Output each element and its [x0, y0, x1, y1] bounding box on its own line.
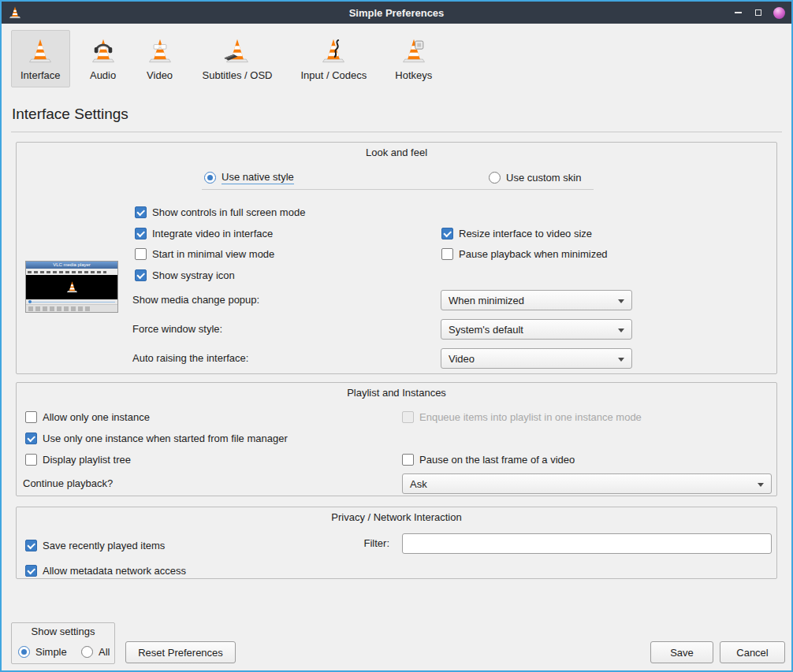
toolbar-item-video[interactable]: Video — [136, 30, 184, 87]
combo-value: System's default — [449, 324, 523, 336]
input-codecs-icon — [319, 37, 348, 65]
media-change-popup-combo[interactable]: When minimized — [441, 290, 632, 310]
window-title: Simple Preferences — [2, 7, 791, 19]
checkbox-label: Show systray icon — [152, 269, 235, 281]
audio-icon — [89, 37, 117, 65]
subtitles-icon — [223, 37, 251, 65]
checkbox-indicator — [441, 248, 453, 260]
radio-custom-skin[interactable]: Use custom skin — [489, 170, 581, 184]
checkbox-label: Use only one instance when started from … — [43, 433, 288, 444]
window-style-combo[interactable]: System's default — [441, 319, 632, 340]
toolbar-item-subtitles[interactable]: Subtitles / OSD — [193, 30, 282, 87]
checkbox-indicator — [135, 248, 147, 260]
continue-playback-combo[interactable]: Ask — [402, 473, 772, 494]
window-controls — [732, 7, 785, 19]
checkbox-indicator — [25, 433, 37, 444]
toolbar-item-hotkeys[interactable]: Hotkeys — [385, 30, 441, 87]
toolbar-item-label: Video — [147, 69, 173, 81]
toolbar-item-audio[interactable]: Audio — [80, 30, 127, 87]
media-change-popup-label: Show media change popup: — [132, 290, 259, 310]
checkbox-label: Pause on the last frame of a video — [419, 454, 575, 466]
combo-value: When minimized — [449, 295, 524, 306]
radio-native-style[interactable]: Use native style — [204, 170, 294, 184]
radio-label: Use native style — [222, 171, 294, 184]
group-title: Look and feel — [17, 147, 776, 158]
minimize-icon — [735, 12, 742, 13]
group-title: Playlist and Instances — [17, 387, 776, 399]
reset-preferences-button[interactable]: Reset Preferences — [125, 641, 236, 663]
preview-cone-icon — [65, 280, 79, 294]
checkbox-integrate-video[interactable]: Integrate video in interface — [135, 226, 273, 240]
checkbox-one-instance-file-manager[interactable]: Use only one instance when started from … — [25, 431, 288, 445]
checkbox-label: Show controls in full screen mode — [152, 206, 305, 218]
radio-settings-all[interactable]: All — [81, 644, 110, 659]
preview-controls — [26, 304, 117, 312]
toolbar-item-label: Interface — [20, 69, 61, 81]
filter-label: Filter: — [318, 533, 389, 554]
radio-indicator — [81, 646, 93, 658]
checkbox-label: Allow metadata network access — [43, 565, 186, 577]
radio-indicator — [489, 172, 501, 184]
group-show-settings: Show settings Simple All — [11, 622, 115, 664]
titlebar: Simple Preferences — [2, 2, 791, 24]
checkbox-pause-minimized[interactable]: Pause playback when minimized — [441, 247, 608, 261]
preview-titlebar: VLC media player — [26, 262, 117, 269]
interface-preview: VLC media player — [25, 261, 118, 313]
continue-playback-label: Continue playback? — [23, 473, 113, 494]
group-title: Show settings — [12, 626, 114, 637]
restore-icon — [755, 9, 761, 16]
checkbox-metadata-access[interactable]: Allow metadata network access — [25, 563, 186, 577]
checkbox-indicator — [441, 228, 453, 239]
group-look-and-feel: Look and feel Use native style Use custo… — [16, 142, 777, 374]
filter-input[interactable] — [402, 533, 772, 554]
toolbar-item-input-codecs[interactable]: Input / Codecs — [291, 30, 376, 87]
preview-video-area — [26, 275, 117, 299]
checkbox-pause-last-frame[interactable]: Pause on the last frame of a video — [402, 452, 575, 466]
minimize-button[interactable] — [732, 7, 743, 18]
toolbar-item-label: Subtitles / OSD — [203, 69, 273, 81]
checkbox-enqueue-items: Enqueue items into playlist in one insta… — [402, 410, 642, 424]
heading-divider — [11, 132, 782, 132]
checkbox-show-controls-fullscreen[interactable]: Show controls in full screen mode — [135, 205, 305, 219]
checkbox-indicator — [402, 411, 414, 423]
preferences-toolbar: Interface Audio Video — [11, 30, 441, 87]
checkbox-resize-interface[interactable]: Resize interface to video size — [441, 226, 592, 240]
checkbox-playlist-tree[interactable]: Display playlist tree — [25, 452, 131, 466]
checkbox-label: Integrate video in interface — [152, 228, 273, 239]
checkbox-minimal-view[interactable]: Start in minimal view mode — [135, 247, 274, 261]
auto-raise-combo[interactable]: Video — [441, 348, 632, 369]
group-title: Privacy / Network Interaction — [17, 511, 776, 523]
radio-settings-simple[interactable]: Simple — [18, 644, 67, 659]
auto-raise-label: Auto raising the interface: — [132, 348, 248, 369]
radio-label: Use custom skin — [506, 172, 581, 184]
checkbox-indicator — [25, 411, 37, 423]
close-button[interactable] — [773, 7, 785, 19]
checkbox-indicator — [135, 269, 147, 281]
combo-value: Ask — [410, 478, 427, 490]
toolbar-item-label: Hotkeys — [395, 69, 432, 81]
checkbox-one-instance[interactable]: Allow only one instance — [25, 410, 150, 424]
toolbar-item-label: Input / Codecs — [300, 69, 367, 81]
combo-value: Video — [449, 353, 475, 365]
toolbar-item-interface[interactable]: Interface — [11, 30, 70, 87]
checkbox-indicator — [135, 228, 147, 239]
save-button[interactable]: Save — [650, 641, 713, 663]
radio-indicator — [18, 646, 30, 658]
checkbox-label: Display playlist tree — [43, 454, 131, 466]
preview-menubar — [26, 269, 117, 275]
checkbox-save-recent[interactable]: Save recently played items — [25, 538, 165, 552]
group-privacy-network: Privacy / Network Interaction Save recen… — [16, 507, 777, 579]
checkbox-systray-icon[interactable]: Show systray icon — [135, 268, 235, 282]
window-style-label: Force window style: — [132, 319, 222, 340]
restore-button[interactable] — [753, 7, 764, 18]
group-playlist-instances: Playlist and Instances Allow only one in… — [16, 382, 777, 496]
radio-indicator — [204, 172, 216, 184]
preferences-window: Simple Preferences Interface Audio — [0, 0, 793, 672]
radio-label: Simple — [35, 646, 67, 658]
checkbox-indicator — [25, 565, 37, 577]
checkbox-label: Pause playback when minimized — [459, 248, 608, 260]
vlc-cone-icon — [8, 6, 22, 20]
checkbox-indicator — [25, 454, 37, 466]
toolbar-item-label: Audio — [90, 69, 116, 81]
cancel-button[interactable]: Cancel — [720, 641, 785, 663]
